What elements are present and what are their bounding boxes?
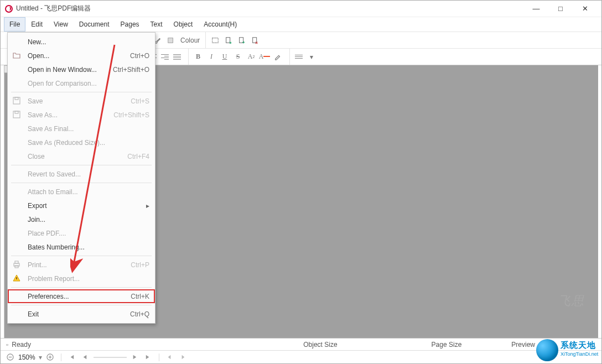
maximize-button[interactable]: □ xyxy=(548,1,573,17)
menu-item-label: Save As (Reduced Size)... xyxy=(28,139,105,147)
align-justify-icon[interactable] xyxy=(172,51,183,63)
nav-back-icon[interactable] xyxy=(165,352,175,362)
zoom-dropdown-icon[interactable]: ▾ xyxy=(39,353,42,361)
menu-item-close: CloseCtrl+F4 xyxy=(8,149,155,163)
status-ready: Ready xyxy=(12,341,31,349)
menu-item-print: Print...Ctrl+P xyxy=(8,258,155,272)
bottombar: 150% ▾ xyxy=(1,350,601,363)
status-bullet-icon: ▫ xyxy=(6,341,8,349)
menu-item-label: Place PDF.... xyxy=(28,230,66,237)
menu-pages[interactable]: Pages xyxy=(115,17,145,32)
first-page-icon[interactable] xyxy=(67,352,77,362)
highlight-icon[interactable] xyxy=(272,51,284,63)
minimize-button[interactable]: — xyxy=(524,1,548,17)
menu-item-join[interactable]: Join... xyxy=(8,212,155,226)
menu-separator xyxy=(11,287,152,288)
menu-item-shortcut: Ctrl+Shift+O xyxy=(113,66,149,74)
menu-item-open[interactable]: Open...Ctrl+O xyxy=(8,49,155,63)
bold-icon[interactable]: B xyxy=(192,51,204,63)
window-title: Untitled - 飞思PDF编辑器 xyxy=(16,4,91,13)
zoom-in-icon[interactable] xyxy=(45,352,55,362)
menu-text[interactable]: Text xyxy=(145,17,168,32)
menu-item-exit[interactable]: ExitCtrl+Q xyxy=(8,307,155,321)
menu-item-label: Print... xyxy=(28,261,47,269)
menu-item-shortcut: Ctrl+Q xyxy=(130,310,149,318)
doc-next-icon[interactable] xyxy=(236,34,248,46)
menu-item-label: Save As... xyxy=(28,111,58,119)
zoom-out-icon[interactable] xyxy=(5,352,15,362)
colour-label: Colour xyxy=(180,37,200,44)
file-dropdown-menu: New... Open...Ctrl+O Open in New Window.… xyxy=(7,32,155,324)
menu-item-save: SaveCtrl+S xyxy=(8,94,155,108)
select-rect-icon[interactable] xyxy=(209,34,221,46)
menu-item-label: Exit xyxy=(28,310,39,318)
menu-file[interactable]: File xyxy=(4,17,25,32)
menu-account[interactable]: Account(H) xyxy=(198,17,242,32)
menu-item-shortcut: Ctrl+S xyxy=(131,97,149,105)
svg-rect-8 xyxy=(13,97,20,104)
menu-item-new[interactable]: New... xyxy=(8,35,155,49)
menu-item-label: Attach to Email... xyxy=(28,188,78,196)
menu-item-label: Preferences... xyxy=(28,293,69,300)
vertical-ruler xyxy=(4,65,4,338)
status-object-size: Object Size xyxy=(303,341,337,349)
menu-document[interactable]: Document xyxy=(74,17,115,32)
menu-item-attach-email: Attach to Email... xyxy=(8,185,155,199)
page-scrubber[interactable] xyxy=(94,357,127,358)
menu-item-revert: Revert to Saved... xyxy=(8,167,155,181)
menu-item-export[interactable]: Export▸ xyxy=(8,199,155,212)
strike-icon[interactable]: S xyxy=(232,51,244,63)
doc-remove-icon[interactable] xyxy=(249,34,261,46)
superscript-icon[interactable]: A2 xyxy=(245,51,257,63)
menu-item-shortcut: Ctrl+F4 xyxy=(127,153,149,160)
dropdown-caret-icon[interactable]: ▾ xyxy=(305,51,318,63)
prev-page-icon[interactable] xyxy=(80,352,90,362)
next-page-icon[interactable] xyxy=(130,352,140,362)
menu-view[interactable]: View xyxy=(48,17,74,32)
zoom-value[interactable]: 150% xyxy=(18,353,35,361)
align-right-icon[interactable] xyxy=(159,51,170,63)
menu-separator xyxy=(11,165,152,165)
italic-icon[interactable]: I xyxy=(205,51,217,63)
doc-add-icon[interactable] xyxy=(222,34,235,46)
menu-item-label: Save As Final... xyxy=(28,125,74,133)
menu-item-label: Problem Report... xyxy=(28,275,80,283)
underline-icon[interactable]: U xyxy=(219,51,231,63)
menu-item-open-comparison: Open for Comparison... xyxy=(8,76,155,90)
menu-item-place-pdf: Place PDF.... xyxy=(8,226,155,240)
print-icon xyxy=(12,260,21,269)
menu-item-label: Revert to Saved... xyxy=(28,170,81,178)
status-preview: Preview xyxy=(511,341,535,349)
colour-swatch-icon[interactable] xyxy=(165,34,177,46)
menu-item-label: Join... xyxy=(28,216,45,223)
menu-item-label: Open... xyxy=(28,52,49,60)
menubar: File Edit View Document Pages Text Objec… xyxy=(1,17,601,32)
menu-separator xyxy=(11,256,152,256)
nav-forward-icon[interactable] xyxy=(178,352,188,362)
menu-item-open-new-window[interactable]: Open in New Window...Ctrl+Shift+O xyxy=(8,63,155,76)
last-page-icon[interactable] xyxy=(143,352,153,362)
close-button[interactable]: ✕ xyxy=(573,1,597,17)
font-color-icon[interactable]: A xyxy=(258,51,271,63)
svg-rect-11 xyxy=(15,111,18,113)
menu-edit[interactable]: Edit xyxy=(25,17,48,32)
statusbar: ▫ Ready Object Size Page Size Preview xyxy=(1,338,601,350)
save-icon xyxy=(12,110,21,119)
menu-item-preferences[interactable]: Preferences...Ctrl+K xyxy=(8,289,155,303)
svg-rect-10 xyxy=(13,111,20,118)
app-logo-icon xyxy=(5,5,13,13)
submenu-arrow-icon: ▸ xyxy=(146,202,149,210)
menu-item-label: Save xyxy=(28,97,43,105)
status-page-size: Page Size xyxy=(432,341,462,349)
menu-item-shortcut: Ctrl+P xyxy=(131,261,149,269)
background-watermark-text: 飞思 xyxy=(558,293,585,309)
menu-item-label: Open for Comparison... xyxy=(28,80,97,87)
menu-object[interactable]: Object xyxy=(168,17,199,32)
menu-item-bates[interactable]: Bates Numbering... xyxy=(8,240,155,254)
line-spacing-icon[interactable] xyxy=(293,51,304,63)
menu-item-label: Export xyxy=(28,202,47,210)
menu-item-label: Close xyxy=(28,153,45,160)
svg-rect-13 xyxy=(15,261,18,263)
save-icon xyxy=(12,96,21,105)
menu-separator xyxy=(11,305,152,305)
